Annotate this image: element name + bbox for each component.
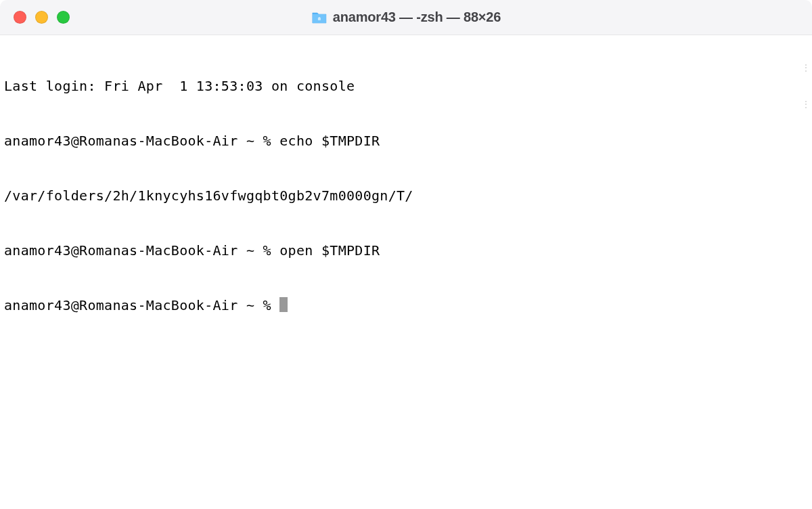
minimize-button[interactable] <box>35 11 48 24</box>
maximize-button[interactable] <box>57 11 70 24</box>
line-mark-icon: ⋮ <box>801 95 811 114</box>
terminal-line: /var/folders/2h/1knycyhs16vfwgqbt0gb2v7m… <box>4 187 808 205</box>
close-button[interactable] <box>14 11 26 24</box>
window-title-area: anamor43 — -zsh — 88×26 <box>311 9 501 25</box>
terminal-line: anamor43@Romanas-MacBook-Air ~ % echo $T… <box>4 132 808 150</box>
terminal-line: Last login: Fri Apr 1 13:53:03 on consol… <box>4 77 808 95</box>
folder-icon <box>311 11 328 24</box>
window-titlebar[interactable]: anamor43 — -zsh — 88×26 <box>0 0 812 35</box>
terminal-cursor <box>279 297 288 312</box>
terminal-prompt: anamor43@Romanas-MacBook-Air ~ % <box>4 297 279 313</box>
window-title: anamor43 — -zsh — 88×26 <box>333 9 501 25</box>
terminal-prompt-line: anamor43@Romanas-MacBook-Air ~ % <box>4 296 808 315</box>
traffic-lights <box>0 11 70 24</box>
terminal-content[interactable]: Last login: Fri Apr 1 13:53:03 on consol… <box>0 35 812 375</box>
line-mark-icon: ⋮ <box>801 59 811 77</box>
terminal-line: anamor43@Romanas-MacBook-Air ~ % open $T… <box>4 242 808 260</box>
